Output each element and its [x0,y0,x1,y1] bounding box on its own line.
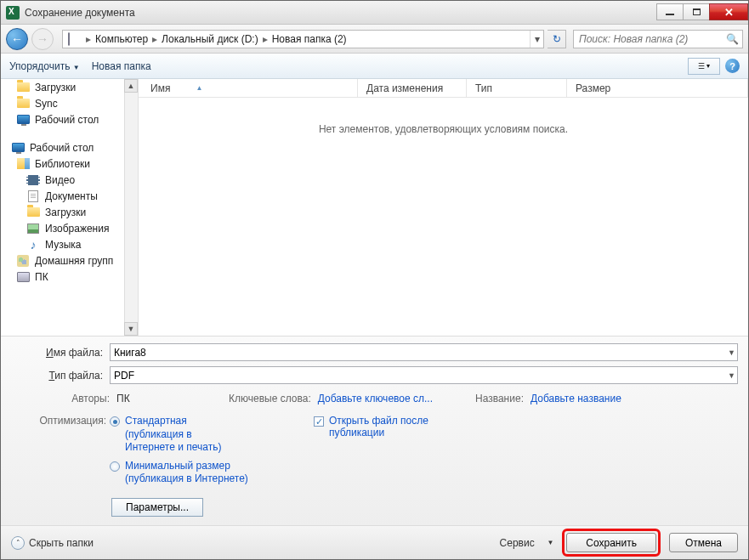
params-button[interactable]: Параметры... [111,498,203,517]
checkbox-open-after[interactable]: Открыть файл после публикации [314,415,448,438]
col-date[interactable]: Дата изменения [358,79,467,97]
col-type[interactable]: Тип [467,79,567,97]
sidebar-item-music[interactable]: ♪Музыка [1,236,138,252]
save-dialog: Сохранение документа ✕ ← → ▸ Компьютер ▸… [0,0,749,560]
hide-folders-button[interactable]: ˄ Скрыть папки [11,536,94,550]
highlight-annotation: Сохранить [562,529,661,557]
empty-message: Нет элементов, удовлетворяющих условиям … [139,123,748,135]
radio-icon [110,416,120,427]
scroll-up-button[interactable]: ▲ [124,79,138,93]
col-name[interactable]: Имя▲ [139,79,358,97]
organize-menu[interactable]: Упорядочить ▼ [9,60,80,72]
sidebar-item-desktop1[interactable]: Рабочий стол [1,111,138,127]
new-folder-button[interactable]: Новая папка [92,60,151,72]
crumb-computer[interactable]: Компьютер [94,33,150,45]
sidebar-item-video[interactable]: Видео [1,172,138,188]
checkbox-icon [314,416,324,427]
service-menu[interactable]: Сервис ▼ [500,537,554,549]
titlebar[interactable]: Сохранение документа ✕ [1,1,748,25]
sidebar-item-libraries[interactable]: Библиотеки [1,156,138,172]
back-button[interactable]: ← [6,28,28,50]
filename-label: Имя файла: [11,347,110,359]
sidebar-item-documents[interactable]: Документы [1,188,138,204]
computer-icon [68,33,82,45]
chevron-up-icon: ˄ [11,536,25,550]
file-list-area: Имя▲ Дата изменения Тип Размер Нет элеме… [139,79,748,336]
keywords-value[interactable]: Добавьте ключевое сл... [318,393,433,404]
sidebar-item-downloads[interactable]: Загрузки [1,79,138,95]
toolbar: Упорядочить ▼ Новая папка ☰▾ ? [1,54,748,79]
keywords-label: Ключевые слова: [229,393,311,404]
maximize-button[interactable] [683,3,710,20]
scrollbar[interactable] [124,93,138,322]
save-button[interactable]: Сохранить [566,533,656,552]
authors-label: Авторы: [11,393,110,404]
sidebar-item-homegroup[interactable]: Домашняя групп [1,252,138,269]
scroll-down-button[interactable]: ▼ [124,322,138,336]
sidebar-item-desktop2[interactable]: Рабочий стол [1,139,138,156]
radio-standard[interactable]: Стандартная (публикация в Интернете и пе… [110,415,314,455]
column-headers: Имя▲ Дата изменения Тип Размер [139,79,748,98]
footer: ˄ Скрыть папки Сервис ▼ Сохранить Отмена [1,525,748,559]
sidebar-item-downloads2[interactable]: Загрузки [1,204,138,220]
filename-input[interactable]: Книга8▼ [110,343,738,361]
music-icon: ♪ [26,238,40,252]
close-button[interactable]: ✕ [709,3,748,20]
window-title: Сохранение документа [25,7,135,19]
cancel-button[interactable]: Отмена [669,533,738,552]
crumb-drive[interactable]: Локальный диск (D:) [160,33,260,45]
breadcrumb[interactable]: ▸ Компьютер ▸ Локальный диск (D:) ▸ Нова… [62,30,544,48]
crumb-folder[interactable]: Новая папка (2) [270,33,349,45]
col-size[interactable]: Размер [567,79,748,97]
authors-value[interactable]: ПК [116,393,130,404]
search-input[interactable] [577,32,726,46]
radio-minimal[interactable]: Минимальный размер (публикация в Интерне… [110,460,314,486]
nav-bar: ← → ▸ Компьютер ▸ Локальный диск (D:) ▸ … [1,25,748,54]
filetype-select[interactable]: PDF▼ [110,366,738,384]
forward-button[interactable]: → [31,28,54,50]
title-label: Название: [475,393,524,404]
refresh-button[interactable]: ↻ [548,30,566,48]
breadcrumb-dropdown[interactable]: ▾ [530,31,543,48]
view-button[interactable]: ☰▾ [688,58,720,75]
help-icon[interactable]: ? [725,59,740,73]
sidebar-item-images[interactable]: Изображения [1,220,138,236]
search-box[interactable]: 🔍 [573,30,743,48]
sidebar-item-pc[interactable]: ПК [1,269,138,285]
sidebar: ▲ ▼ Загрузки Sync Рабочий стол Рабочий с… [1,79,139,336]
sidebar-item-sync[interactable]: Sync [1,95,138,111]
bottom-panel: Имя файла: Книга8▼ Тип файла: PDF▼ Автор… [1,336,748,525]
search-icon: 🔍 [726,33,739,45]
title-value[interactable]: Добавьте название [531,393,621,404]
radio-icon [110,461,120,472]
optimize-label: Оптимизация: [11,415,110,517]
filetype-label: Тип файла: [11,370,110,382]
excel-icon [6,6,20,20]
minimize-button[interactable] [656,3,684,20]
